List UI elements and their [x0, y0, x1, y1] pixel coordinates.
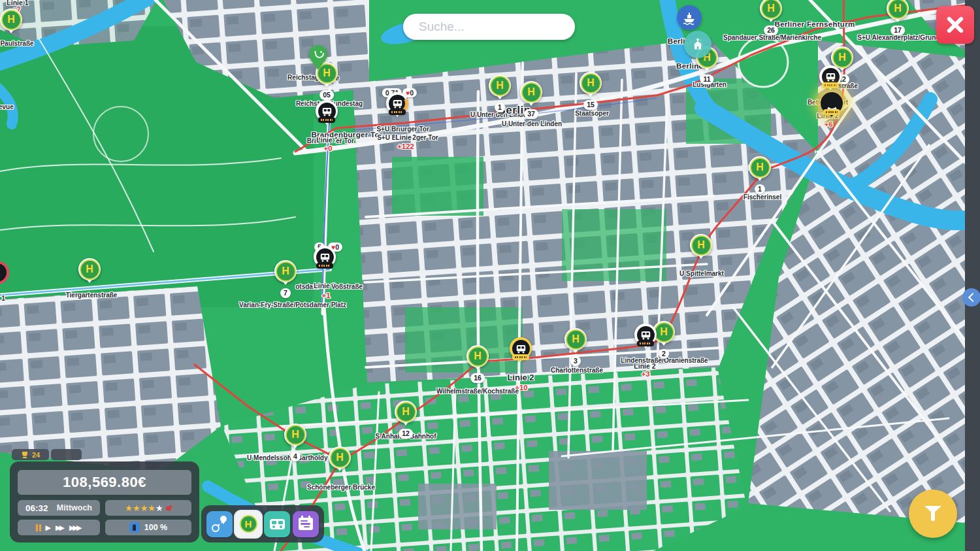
- secondary-badge[interactable]: [51, 449, 82, 460]
- panel-toggle-button[interactable]: [962, 288, 980, 307]
- money-display: 108,569.80€: [18, 470, 191, 495]
- play-icon: ▶: [46, 524, 51, 531]
- rating-drop-icon: [165, 505, 172, 511]
- trophy-icon: [21, 451, 29, 459]
- search-input[interactable]: [417, 19, 567, 35]
- star-rating: ★★★★★: [125, 502, 163, 514]
- star-icon: ★: [133, 503, 140, 513]
- star-icon: ★: [155, 503, 163, 513]
- route-pin-icon: [211, 516, 228, 533]
- play-button[interactable]: ▶: [46, 523, 51, 532]
- search-bar: [403, 14, 575, 40]
- battery-value: 100 %: [144, 523, 167, 532]
- star-icon: ★: [125, 503, 133, 513]
- stops-button[interactable]: H: [235, 511, 261, 537]
- star-icon: ★: [148, 503, 155, 513]
- filter-button[interactable]: [909, 490, 957, 538]
- chevron-left-icon: [968, 293, 977, 302]
- battery-icon: [129, 522, 140, 533]
- filter-funnel-icon: [924, 505, 941, 522]
- rating-display: ★★★★★: [105, 500, 191, 516]
- trophy-count: 24: [32, 451, 40, 459]
- weekday-value: Mittwoch: [57, 503, 92, 512]
- timetable-button[interactable]: [293, 511, 319, 537]
- star-icon: ★: [140, 503, 148, 513]
- pause-icon: [36, 524, 38, 531]
- close-button[interactable]: [936, 6, 974, 44]
- bus-stop-h-icon: H: [240, 515, 257, 533]
- game-window: Linie 1+7PaulstraßelevueReichstagleReich…: [0, 0, 980, 551]
- hud-panel: 108,569.80€ 06:32 Mittwoch ★★★★★ ▶▶▶▶▶▶ …: [10, 461, 199, 543]
- pause-button[interactable]: [36, 523, 41, 532]
- money-value: 108,569.80€: [63, 474, 146, 491]
- bottom-toolbar: H: [201, 505, 324, 543]
- fast-forward-2x-button[interactable]: ▶▶: [56, 523, 65, 532]
- bus-icon: [270, 519, 285, 529]
- fast-forward-3x-button[interactable]: ▶▶▶: [69, 523, 82, 532]
- timetable-icon: [299, 518, 313, 530]
- pause-icon: [39, 524, 41, 531]
- lines-button[interactable]: [206, 511, 233, 537]
- time-display: 06:32 Mittwoch: [18, 500, 100, 516]
- side-panel-strip: [965, 0, 980, 551]
- fast-forward-2x-icon: ▶▶: [56, 524, 65, 531]
- fast-forward-3x-icon: ▶▶▶: [69, 524, 82, 531]
- speed-controls: ▶▶▶▶▶▶: [18, 520, 100, 535]
- battery-display: 100 %: [105, 520, 191, 535]
- clock-value: 06:32: [25, 503, 48, 513]
- achievements-badge[interactable]: 24: [12, 449, 49, 460]
- buses-button[interactable]: [264, 511, 290, 537]
